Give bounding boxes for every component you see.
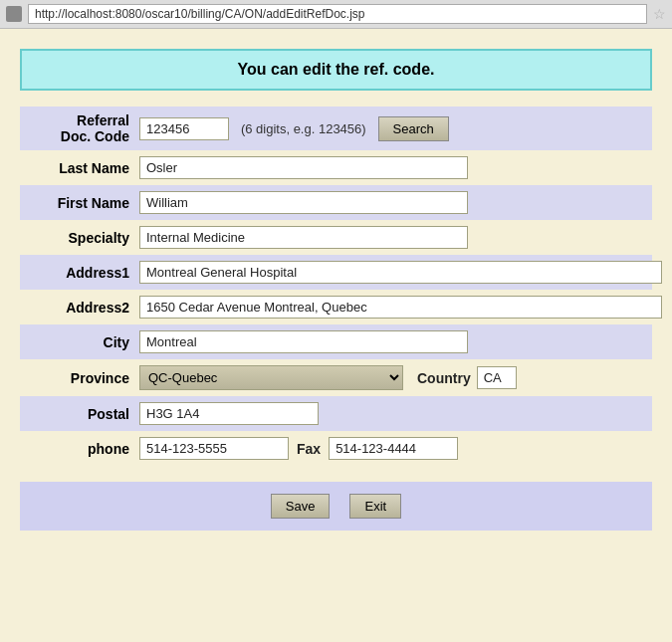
first-name-input[interactable]	[139, 191, 468, 214]
address1-label: Address1	[30, 265, 139, 281]
postal-input[interactable]	[139, 402, 319, 425]
address2-input[interactable]	[139, 296, 662, 319]
specialty-field	[139, 226, 642, 249]
address1-field	[139, 261, 662, 284]
edit-ref-form: ReferralDoc. Code (6 digits, e.g. 123456…	[20, 107, 652, 466]
fax-label: Fax	[297, 441, 321, 457]
url-bar[interactable]: http://localhost:8080/oscar10/billing/CA…	[28, 4, 647, 24]
last-name-row: Last Name	[20, 150, 652, 185]
referral-doc-code-label: ReferralDoc. Code	[30, 112, 139, 144]
save-button[interactable]: Save	[271, 494, 331, 519]
browser-icon	[6, 6, 22, 22]
address2-row: Address2	[20, 290, 652, 324]
phone-input[interactable]	[139, 437, 289, 460]
title-banner: You can edit the ref. code.	[20, 49, 652, 91]
referral-doc-code-row: ReferralDoc. Code (6 digits, e.g. 123456…	[20, 107, 652, 150]
last-name-field	[139, 156, 642, 179]
city-row: City	[20, 324, 652, 359]
city-input[interactable]	[139, 330, 468, 353]
referral-doc-code-input[interactable]	[139, 117, 229, 140]
search-button[interactable]: Search	[378, 116, 449, 141]
postal-label: Postal	[30, 406, 139, 422]
footer-bar: Save Exit	[20, 482, 652, 531]
phone-label: phone	[30, 441, 139, 457]
address2-field	[139, 296, 662, 319]
ref-code-hint: (6 digits, e.g. 123456)	[241, 121, 366, 136]
title-text: You can edit the ref. code.	[238, 61, 435, 78]
province-label: Province	[30, 370, 139, 386]
specialty-row: Specialty	[20, 220, 652, 255]
phone-fax-row: phone Fax	[20, 431, 652, 466]
address2-label: Address2	[30, 300, 139, 316]
phone-fax-field: Fax	[139, 437, 642, 460]
address1-input[interactable]	[139, 261, 662, 284]
specialty-input[interactable]	[139, 226, 468, 249]
address1-row: Address1	[20, 255, 652, 290]
browser-bar: http://localhost:8080/oscar10/billing/CA…	[0, 0, 672, 29]
last-name-label: Last Name	[30, 160, 139, 176]
province-field: AB-Alberta BC-British Columbia MB-Manito…	[139, 365, 642, 390]
first-name-field	[139, 191, 642, 214]
bookmark-star-icon[interactable]: ☆	[653, 6, 666, 22]
postal-row: Postal	[20, 396, 652, 431]
fax-input[interactable]	[329, 437, 458, 460]
last-name-input[interactable]	[139, 156, 468, 179]
first-name-label: First Name	[30, 195, 139, 211]
province-select[interactable]: AB-Alberta BC-British Columbia MB-Manito…	[139, 365, 403, 390]
specialty-label: Specialty	[30, 230, 139, 246]
city-field	[139, 330, 642, 353]
country-input[interactable]	[477, 366, 517, 389]
postal-field	[139, 402, 642, 425]
city-label: City	[30, 334, 139, 350]
referral-doc-code-field: (6 digits, e.g. 123456) Search	[139, 116, 642, 141]
exit-button[interactable]: Exit	[349, 494, 401, 519]
page-content: You can edit the ref. code. ReferralDoc.…	[0, 29, 672, 550]
first-name-row: First Name	[20, 185, 652, 220]
country-label: Country	[417, 370, 471, 386]
province-country-row: Province AB-Alberta BC-British Columbia …	[20, 359, 652, 396]
